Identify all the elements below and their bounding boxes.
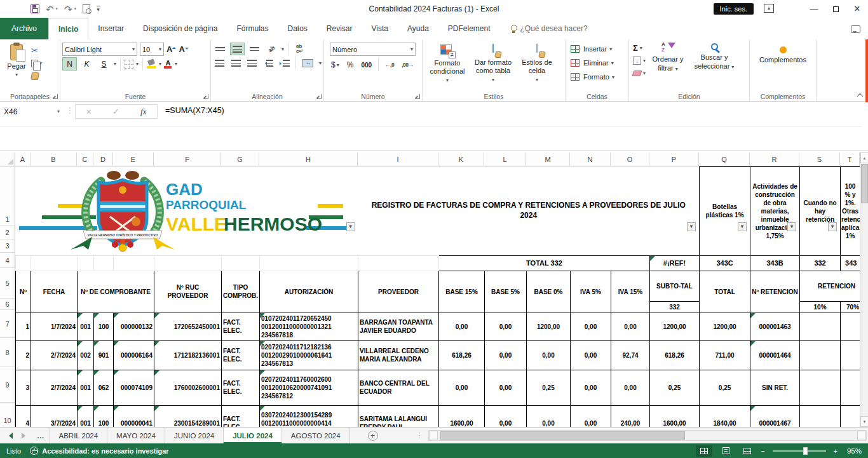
tab-datos[interactable]: Datos — [278, 18, 316, 39]
row-header-1[interactable]: 1 — [0, 166, 15, 226]
cell-subtotal[interactable]: 618,26 — [650, 340, 700, 370]
addins-button[interactable]: Complementos — [752, 46, 814, 64]
font-size-select[interactable]: 10 ▾ — [140, 43, 164, 56]
cell-aut[interactable]: 02072024011712182136 0012002901000006164… — [260, 340, 358, 370]
align-bottom-button[interactable] — [247, 43, 262, 55]
logo-cell[interactable]: VALLE HERMOSO TURÍSTICO Y PRODUCTIVO GAD… — [16, 167, 358, 256]
close-button[interactable]: × — [846, 0, 868, 18]
header-iva5[interactable]: IVA 5% — [571, 271, 611, 313]
cell-sec[interactable]: 000000132 — [114, 313, 154, 340]
cell-serie[interactable]: 001 — [78, 370, 94, 405]
tab-archivo[interactable]: Archivo — [0, 18, 48, 39]
column-header-R[interactable]: R — [750, 152, 799, 166]
fill-color-icon[interactable] — [147, 60, 156, 69]
cell-ret[interactable]: 000001463 — [750, 313, 800, 340]
filter-dropdown[interactable]: ▾ — [687, 222, 696, 231]
align-top-button[interactable] — [213, 43, 227, 55]
name-box[interactable]: X46 ▾ — [0, 104, 64, 119]
row-header-4[interactable]: 4 — [0, 253, 15, 268]
number-dialog-launcher[interactable] — [415, 94, 420, 99]
next-sheet-icon[interactable] — [22, 433, 25, 439]
header-fecha[interactable]: FECHA — [31, 271, 78, 313]
cell-tipo[interactable]: FACT. ELEC. — [222, 405, 260, 427]
column-header-O[interactable]: O — [611, 152, 649, 166]
borders-dropdown-icon[interactable]: ▾ — [136, 61, 139, 67]
wrap-text-button[interactable]: abc↵ — [292, 43, 307, 55]
cell-343b[interactable]: 343B — [750, 255, 800, 271]
number-format-dropdown-icon[interactable]: ▾ — [410, 46, 413, 52]
cell-base15[interactable]: 1600,00 — [439, 405, 485, 427]
column-header-P[interactable]: P — [649, 152, 699, 166]
tab-inicio[interactable]: Inicio — [48, 18, 88, 39]
cell-total[interactable]: 711,00 — [700, 340, 750, 370]
filter-dropdown[interactable]: ▾ — [738, 222, 747, 231]
cell-ruc[interactable]: 2300154289001 — [154, 405, 222, 427]
header-num-retencion[interactable]: Nº RETENCION — [750, 271, 800, 313]
currency-button[interactable]: $▾ — [329, 58, 342, 71]
cell-iva15[interactable]: 92,74 — [611, 340, 650, 370]
cell-iva5[interactable]: 0,00 — [571, 370, 611, 405]
cell-pto[interactable]: 901 — [94, 340, 114, 370]
cell-fecha[interactable]: 2/7/2024 — [31, 340, 78, 370]
cut-button[interactable]: ✂ — [31, 45, 42, 56]
header-base0[interactable]: BASE 0% — [527, 271, 571, 313]
borders-icon[interactable] — [125, 60, 133, 69]
scroll-up-button[interactable]: ▲ — [860, 152, 868, 163]
increase-decimal-button[interactable]: ←,0 — [383, 58, 397, 71]
zoom-slider-handle[interactable] — [803, 447, 808, 455]
font-color-dropdown-icon[interactable]: ▾ — [175, 61, 177, 67]
column-header-E[interactable]: E — [113, 152, 154, 166]
column-header-G[interactable]: G — [221, 152, 259, 166]
sheet-tab-mayo[interactable]: MAYO 2024 — [107, 428, 165, 443]
cell-ret[interactable]: SIN RET. — [750, 370, 800, 405]
filter-dropdown[interactable]: ▾ — [346, 222, 355, 231]
underline-button[interactable]: S — [97, 57, 111, 71]
sheet-tab-agosto[interactable]: AGOSTO 2024 — [282, 428, 350, 443]
tab-revisar[interactable]: Revisar — [317, 18, 362, 39]
decrease-indent-button[interactable] — [262, 57, 276, 69]
header-base5[interactable]: BASE 5% — [485, 271, 527, 313]
cell-ret[interactable]: 000001464 — [750, 340, 800, 370]
column-header-T[interactable]: T — [840, 152, 860, 166]
prev-sheet-icon[interactable] — [9, 433, 13, 439]
find-select-button[interactable]: Buscar y seleccionar ▾ — [690, 41, 738, 91]
cell-s[interactable] — [800, 405, 841, 427]
delete-cells-button[interactable]: Eliminar▾ — [571, 57, 627, 69]
column-header-Q[interactable]: Q — [699, 152, 750, 166]
cell[interactable] — [78, 255, 94, 271]
column-header-I[interactable]: I — [358, 152, 438, 166]
cell-fecha[interactable]: 1/7/2024 — [31, 313, 78, 340]
page-layout-view-button[interactable] — [717, 445, 734, 457]
header-base15[interactable]: BASE 15% — [439, 271, 485, 313]
ribbon-display-options-icon[interactable]: ▲ — [764, 4, 774, 13]
underline-dropdown-icon[interactable]: ▾ — [114, 61, 116, 67]
tab-ayuda[interactable]: Ayuda — [398, 18, 438, 39]
row-header-6[interactable]: 6 — [0, 299, 15, 310]
cell[interactable] — [114, 255, 154, 271]
cell-pto[interactable]: 100 — [94, 405, 114, 427]
cell-total[interactable]: 0,25 — [700, 370, 750, 405]
column-header-S[interactable]: S — [799, 152, 840, 166]
cell-aut[interactable]: 02072024011760002600 0012001062000074109… — [260, 370, 358, 405]
cell[interactable] — [94, 255, 114, 271]
align-right-button[interactable] — [245, 57, 259, 69]
page-break-view-button[interactable] — [739, 445, 756, 457]
row-header-7[interactable]: 7 — [0, 310, 15, 338]
cell-s[interactable] — [800, 313, 841, 340]
header-autorizacion[interactable]: AUTORIZACIÓN — [260, 271, 358, 313]
fill-color-dropdown-icon[interactable]: ▾ — [159, 61, 161, 67]
italic-button[interactable]: K — [79, 57, 94, 71]
cell-subtotal[interactable]: 0,25 — [650, 370, 700, 405]
confirm-entry-icon[interactable]: ✓ — [112, 107, 119, 116]
cell-sec[interactable]: 000006164 — [114, 340, 154, 370]
clear-button[interactable]: ▾ — [633, 68, 646, 79]
cell-prov[interactable]: BARRAGAN TOAPANTA JAVIER EDUARDO — [358, 313, 439, 340]
cell-aut[interactable]: 03072024012300154289 0012001100000000041… — [260, 405, 358, 427]
vertical-scroll-thumb[interactable] — [861, 164, 868, 203]
accessibility-status[interactable]: Accesibilidad: es necesario investigar — [42, 447, 168, 455]
column-header-N[interactable]: N — [570, 152, 611, 166]
horizontal-scroll-thumb[interactable] — [440, 431, 685, 440]
paste-button[interactable]: Pegar ▾ — [2, 41, 31, 90]
zoom-level[interactable]: 95% — [843, 447, 862, 455]
cell-ruc[interactable]: 1760002600001 — [154, 370, 222, 405]
